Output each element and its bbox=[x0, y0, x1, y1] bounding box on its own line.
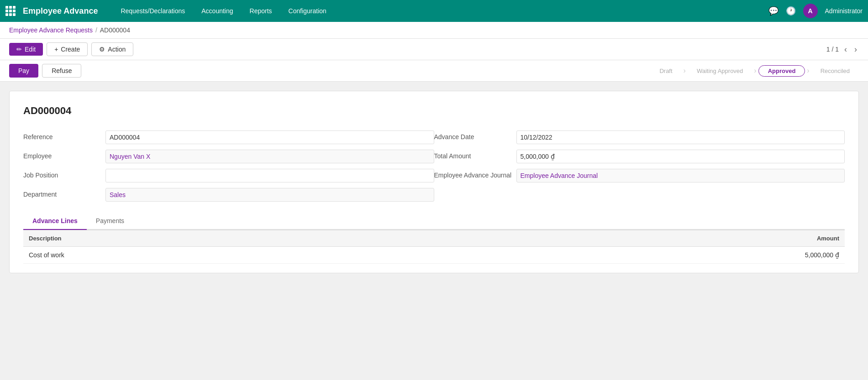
toolbar-left: ✏ Edit + Create ⚙ Action bbox=[9, 42, 133, 56]
chat-icon[interactable]: 💬 bbox=[768, 6, 779, 16]
status-arrow-2: › bbox=[754, 67, 756, 75]
advance-date-value: 10/12/2022 bbox=[516, 130, 845, 144]
total-amount-value: 5,000,000 ₫ bbox=[516, 150, 845, 163]
menu-requests[interactable]: Requests/Declarations bbox=[112, 0, 193, 22]
status-arrow-1: › bbox=[684, 67, 686, 75]
action-button[interactable]: ⚙ Action bbox=[91, 42, 133, 56]
avatar[interactable]: A bbox=[803, 4, 818, 18]
field-reference: Reference AD000004 bbox=[23, 130, 434, 146]
action-bar: Pay Refuse Draft › Waiting Approved › Ap… bbox=[0, 60, 868, 82]
action-buttons: Pay Refuse bbox=[9, 64, 81, 78]
action-label: Action bbox=[108, 46, 126, 53]
reference-value: AD000004 bbox=[105, 130, 434, 144]
status-reconciled: Reconciled bbox=[811, 66, 859, 76]
admin-name: Administrator bbox=[825, 7, 863, 15]
breadcrumb-current: AD000004 bbox=[100, 26, 130, 34]
department-label: Department bbox=[23, 188, 105, 198]
journal-label: Employee Advance Journal bbox=[434, 169, 516, 179]
topnav-right: 💬 🕐 A Administrator bbox=[768, 4, 863, 18]
advance-lines-table: Description Amount Cost of work 5,000,00… bbox=[23, 230, 845, 264]
main-content: AD000004 Reference AD000004 Employee Ngu… bbox=[0, 82, 868, 370]
app-title: Employee Advance bbox=[23, 6, 98, 16]
edit-icon: ✏ bbox=[16, 46, 22, 53]
employee-value[interactable]: Nguyen Van X bbox=[105, 150, 434, 163]
status-pipeline: Draft › Waiting Approved › Approved › Re… bbox=[650, 65, 859, 77]
create-label: Create bbox=[61, 46, 80, 53]
menu-accounting[interactable]: Accounting bbox=[193, 0, 241, 22]
reference-label: Reference bbox=[23, 130, 105, 141]
field-job-position: Job Position bbox=[23, 169, 434, 184]
form-fields: Reference AD000004 Employee Nguyen Van X… bbox=[23, 130, 845, 203]
table-row: Cost of work 5,000,000 ₫ bbox=[23, 247, 845, 264]
status-draft: Draft bbox=[650, 66, 681, 76]
col-amount: Amount bbox=[439, 230, 845, 247]
tab-advance-lines[interactable]: Advance Lines bbox=[23, 213, 87, 230]
pay-button[interactable]: Pay bbox=[9, 64, 38, 78]
toolbar: ✏ Edit + Create ⚙ Action 1 / 1 ‹ › bbox=[0, 39, 868, 60]
field-journal: Employee Advance Journal Employee Advanc… bbox=[434, 169, 845, 184]
department-value[interactable]: Sales bbox=[105, 188, 434, 202]
total-amount-label: Total Amount bbox=[434, 150, 516, 160]
advance-date-label: Advance Date bbox=[434, 130, 516, 141]
breadcrumb: Employee Advance Requests / AD000004 bbox=[0, 22, 868, 39]
edit-button[interactable]: ✏ Edit bbox=[9, 43, 43, 56]
breadcrumb-parent[interactable]: Employee Advance Requests bbox=[9, 26, 93, 34]
form-title: AD000004 bbox=[23, 105, 845, 117]
breadcrumb-separator: / bbox=[95, 26, 97, 34]
form-col-right: Advance Date 10/12/2022 Total Amount 5,0… bbox=[434, 130, 845, 203]
journal-value[interactable]: Employee Advance Journal bbox=[516, 169, 845, 182]
edit-label: Edit bbox=[25, 46, 36, 53]
form-card: AD000004 Reference AD000004 Employee Ngu… bbox=[9, 91, 859, 273]
status-waiting: Waiting Approved bbox=[688, 66, 752, 76]
field-advance-date: Advance Date 10/12/2022 bbox=[434, 130, 845, 146]
job-position-value bbox=[105, 169, 434, 182]
top-menu: Requests/Declarations Accounting Reports… bbox=[112, 0, 764, 22]
field-total-amount: Total Amount 5,000,000 ₫ bbox=[434, 150, 845, 165]
row-amount-text: 5,000,000 ₫ bbox=[805, 251, 839, 259]
status-arrow-3: › bbox=[807, 67, 809, 75]
total-amount-text: 5,000,000 ₫ bbox=[521, 153, 555, 160]
job-position-label: Job Position bbox=[23, 169, 105, 179]
tabs: Advance Lines Payments bbox=[23, 213, 845, 230]
col-description: Description bbox=[23, 230, 439, 247]
field-department: Department Sales bbox=[23, 188, 434, 203]
refuse-button[interactable]: Refuse bbox=[42, 64, 81, 78]
next-arrow[interactable]: › bbox=[852, 44, 859, 55]
clock-icon[interactable]: 🕐 bbox=[786, 6, 796, 16]
prev-arrow[interactable]: ‹ bbox=[842, 44, 849, 55]
tab-payments[interactable]: Payments bbox=[87, 213, 133, 230]
plus-icon: + bbox=[54, 46, 58, 53]
pagination-text: 1 / 1 bbox=[826, 46, 839, 53]
menu-configuration[interactable]: Configuration bbox=[280, 0, 335, 22]
row-description: Cost of work bbox=[23, 247, 439, 264]
create-button[interactable]: + Create bbox=[47, 42, 88, 56]
toolbar-right: 1 / 1 ‹ › bbox=[826, 44, 859, 55]
top-navigation: Employee Advance Requests/Declarations A… bbox=[0, 0, 868, 22]
status-approved: Approved bbox=[758, 65, 805, 77]
field-employee: Employee Nguyen Van X bbox=[23, 150, 434, 165]
employee-label: Employee bbox=[23, 150, 105, 160]
grid-menu-icon[interactable] bbox=[5, 6, 16, 16]
row-amount: 5,000,000 ₫ bbox=[439, 247, 845, 264]
menu-reports[interactable]: Reports bbox=[242, 0, 280, 22]
form-col-left: Reference AD000004 Employee Nguyen Van X… bbox=[23, 130, 434, 203]
gear-icon: ⚙ bbox=[99, 46, 105, 53]
